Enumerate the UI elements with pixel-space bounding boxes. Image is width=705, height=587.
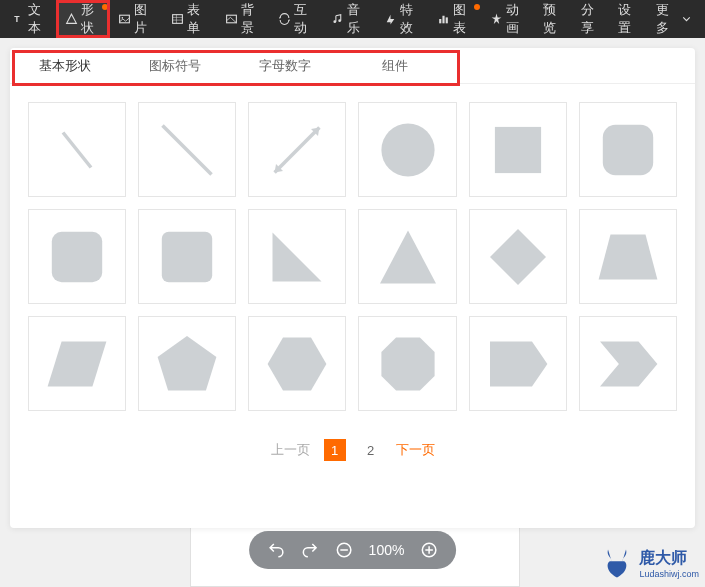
page-prev[interactable]: 上一页 <box>271 441 310 459</box>
toolbar-shape[interactable]: 形状 <box>57 0 110 38</box>
text-icon: T <box>12 11 25 27</box>
chevron-down-icon <box>680 11 693 27</box>
toolbar-more[interactable]: 更多 <box>648 0 701 38</box>
redo-icon <box>301 541 319 559</box>
toolbar-interact[interactable]: 互动 <box>270 0 323 38</box>
zoom-out-button[interactable] <box>335 541 353 559</box>
zoom-level: 100% <box>369 542 405 558</box>
pagination: 上一页 1 2 下一页 <box>10 439 695 461</box>
shape-chevron[interactable] <box>579 316 677 411</box>
background-icon <box>225 11 238 27</box>
svg-line-14 <box>163 125 212 174</box>
svg-rect-11 <box>443 16 445 24</box>
svg-rect-10 <box>439 19 441 23</box>
shape-rounded-square[interactable] <box>579 102 677 197</box>
shape-diamond[interactable] <box>469 209 567 304</box>
minus-icon <box>335 541 353 559</box>
svg-rect-20 <box>162 231 212 281</box>
toolbar-text[interactable]: T 文本 <box>4 0 57 38</box>
shape-icon <box>65 11 78 27</box>
interact-icon <box>278 11 291 27</box>
svg-rect-18 <box>603 124 653 174</box>
shape-rounded-square-2[interactable] <box>28 209 126 304</box>
svg-line-13 <box>63 132 91 167</box>
toolbar-settings[interactable]: 设置 <box>610 0 647 38</box>
notification-dot <box>474 4 480 10</box>
svg-rect-19 <box>52 231 102 281</box>
shape-octagon[interactable] <box>358 316 456 411</box>
svg-rect-17 <box>495 126 541 172</box>
shape-panel: 基本形状 图标符号 字母数字 组件 上一页 1 2 下一页 <box>10 48 695 528</box>
shape-rounded-square-3[interactable] <box>138 209 236 304</box>
page-1[interactable]: 1 <box>324 439 346 461</box>
shape-parallelogram[interactable] <box>28 316 126 411</box>
music-icon <box>331 11 344 27</box>
shape-hexagon[interactable] <box>248 316 346 411</box>
shape-pentagon[interactable] <box>138 316 236 411</box>
svg-text:T: T <box>14 14 20 24</box>
shape-triangle[interactable] <box>358 209 456 304</box>
plus-icon <box>420 541 438 559</box>
undo-icon <box>267 541 285 559</box>
toolbar-fx[interactable]: 特效 <box>376 0 429 38</box>
undo-button[interactable] <box>267 541 285 559</box>
page-next[interactable]: 下一页 <box>396 441 435 459</box>
zoom-in-button[interactable] <box>420 541 438 559</box>
fx-icon <box>384 11 397 27</box>
chart-icon <box>437 11 450 27</box>
shape-pentagon-arrow[interactable] <box>469 316 567 411</box>
image-icon <box>118 11 131 27</box>
watermark-brand: 鹿大师 <box>639 548 699 569</box>
toolbar-form[interactable]: 表单 <box>163 0 216 38</box>
page-2[interactable]: 2 <box>360 439 382 461</box>
bottom-controls: 100% <box>249 531 457 569</box>
shape-circle[interactable] <box>358 102 456 197</box>
svg-point-2 <box>122 17 124 19</box>
shape-tabs: 基本形状 图标符号 字母数字 组件 <box>10 48 695 84</box>
shape-triangle-right[interactable] <box>248 209 346 304</box>
toolbar-background[interactable]: 背景 <box>217 0 270 38</box>
shape-square[interactable] <box>469 102 567 197</box>
shape-line-long[interactable] <box>138 102 236 197</box>
shape-trapezoid[interactable] <box>579 209 677 304</box>
toolbar-image[interactable]: 图片 <box>110 0 163 38</box>
anim-icon <box>490 11 503 27</box>
toolbar-preview[interactable]: 预览 <box>535 0 572 38</box>
shape-line-short[interactable] <box>28 102 126 197</box>
shape-grid <box>10 84 695 429</box>
svg-line-15 <box>275 127 320 172</box>
toolbar-anim[interactable]: 动画 <box>482 0 535 38</box>
tab-icons[interactable]: 图标符号 <box>120 48 230 83</box>
tab-components[interactable]: 组件 <box>340 48 450 83</box>
watermark-url: Ludashiwj.com <box>639 569 699 579</box>
notification-dot <box>102 4 108 10</box>
watermark: 鹿大师 Ludashiwj.com <box>599 545 699 581</box>
svg-rect-12 <box>446 17 448 23</box>
shape-arrow-double[interactable] <box>248 102 346 197</box>
toolbar-chart[interactable]: 图表 <box>429 0 482 38</box>
toolbar-music[interactable]: 音乐 <box>323 0 376 38</box>
svg-rect-3 <box>173 15 183 24</box>
redo-button[interactable] <box>301 541 319 559</box>
main-toolbar: T 文本 形状 图片 表单 背景 互动 音乐 特效 图表 动画 预览 分享 设置 <box>0 0 705 38</box>
form-icon <box>171 11 184 27</box>
svg-point-9 <box>338 19 341 22</box>
tab-basic-shapes[interactable]: 基本形状 <box>10 48 120 83</box>
svg-point-16 <box>381 123 434 176</box>
tab-letters[interactable]: 字母数字 <box>230 48 340 83</box>
deer-logo-icon <box>599 545 635 581</box>
svg-point-8 <box>333 20 336 23</box>
toolbar-share[interactable]: 分享 <box>573 0 610 38</box>
